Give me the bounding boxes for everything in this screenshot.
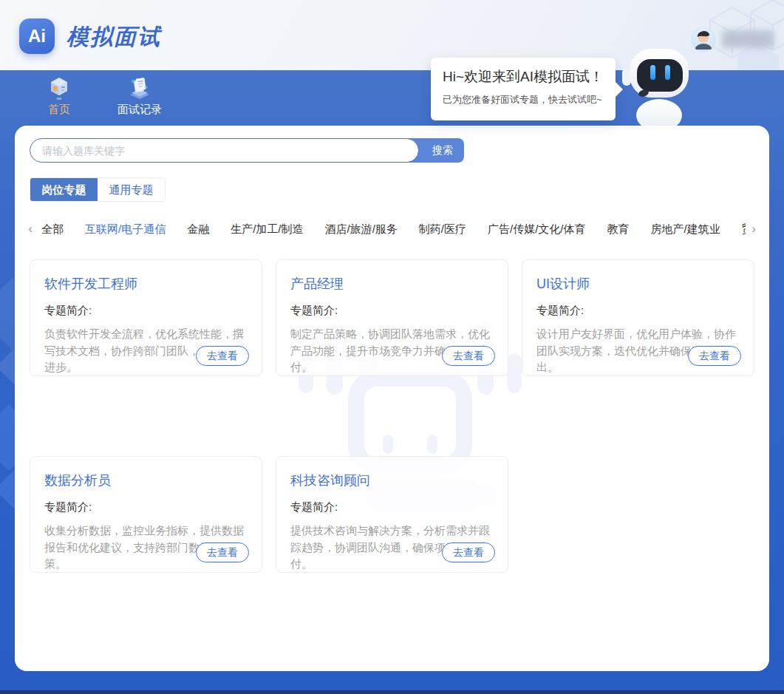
app-logo: Ai [19,18,55,54]
category-tab[interactable]: 制药/医疗 [419,222,466,237]
view-button[interactable]: 去查看 [196,346,249,366]
category-list: 全部互联网/电子通信金融生产/加工/制造酒店/旅游/服务制药/医疗广告/传媒/文… [38,222,746,237]
footer-bar [0,690,784,694]
card-intro-label: 专题简介: [290,500,494,514]
card-intro-label: 专题简介: [44,500,248,514]
category-tab[interactable]: 贸易/工艺/消费品 [742,222,746,237]
username-redacted [722,30,774,48]
topic-card: 产品经理专题简介:制定产品策略，协调团队落地需求，优化产品功能，提升市场竞争力并… [276,259,508,376]
records-stack-icon [126,75,153,101]
app-title: 模拟面试 [67,22,161,52]
assistant-bubble: Hi~欢迎来到AI模拟面试！ 已为您准备好面试专题，快去试试吧~ [431,58,616,120]
category-bar: ‹ 全部互联网/电子通信金融生产/加工/制造酒店/旅游/服务制药/医疗广告/传媒… [22,214,762,244]
topic-cards-grid: 软件开发工程师专题简介:负责软件开发全流程，优化系统性能，撰写技术文档，协作跨部… [30,259,754,573]
search-bar: 搜索 [30,138,464,163]
robot-mascot-icon [621,44,698,126]
category-tab[interactable]: 互联网/电子通信 [85,222,166,237]
card-intro-label: 专题简介: [290,304,494,318]
greeting-title: Hi~欢迎来到AI模拟面试！ [443,67,604,86]
category-tab[interactable]: 教育 [607,222,630,237]
chevron-left-icon[interactable]: ‹ [22,222,38,237]
topic-card: 科技咨询顾问专题简介:提供技术咨询与解决方案，分析需求并跟踪趋势，协调团队沟通，… [276,456,508,573]
tab-job-topics[interactable]: 岗位专题 [30,178,98,202]
view-button[interactable]: 去查看 [442,346,495,366]
nav-item-home[interactable]: 首页 [26,75,92,117]
category-tab[interactable]: 广告/传媒/文化/体育 [488,222,586,237]
nav-item-label: 面试记录 [117,103,162,117]
greeting-subtitle: 已为您准备好面试专题，快去试试吧~ [443,93,604,106]
assistant-robot [621,44,698,129]
topic-card: 数据分析员专题简介:收集分析数据，监控业务指标，提供数据报告和优化建议，支持跨部… [30,456,262,573]
category-tab[interactable]: 房地产/建筑业 [651,222,720,237]
topic-tabs: 岗位专题 通用专题 [30,177,166,202]
view-button[interactable]: 去查看 [442,542,495,562]
category-tab[interactable]: 全部 [41,222,64,237]
topic-card: UI设计师专题简介:设计用户友好界面，优化用户体验，协作团队实现方案，迭代优化并… [522,259,754,376]
card-title: 数据分析员 [44,472,248,489]
view-button[interactable]: 去查看 [688,346,741,366]
search-input[interactable] [30,138,419,163]
category-tab[interactable]: 生产/加工/制造 [231,222,303,237]
view-button[interactable]: 去查看 [196,542,249,562]
card-title: 科技咨询顾问 [290,472,494,489]
card-title: 产品经理 [290,275,494,293]
card-intro-label: 专题简介: [536,304,740,318]
nav-item-records[interactable]: 面试记录 [106,75,173,117]
card-title: 软件开发工程师 [44,275,248,293]
card-title: UI设计师 [536,275,740,293]
home-cube-icon [46,75,72,101]
card-intro-label: 专题简介: [44,304,248,318]
topic-card: 软件开发工程师专题简介:负责软件开发全流程，优化系统性能，撰写技术文档，协作跨部… [30,259,262,376]
category-tab[interactable]: 酒店/旅游/服务 [325,222,398,237]
logo-text: Ai [28,26,46,47]
tab-general-topics[interactable]: 通用专题 [98,178,165,202]
app-window: Ai 模拟面试 首页 [0,0,784,694]
nav-item-label: 首页 [48,103,70,117]
content-panel: 搜索 岗位专题 通用专题 ‹ 全部互联网/电子通信金融生产/加工/制造酒店/旅游… [15,126,769,671]
user-area [691,27,774,52]
chevron-right-icon[interactable]: › [746,222,762,237]
category-tab[interactable]: 金融 [187,222,209,237]
